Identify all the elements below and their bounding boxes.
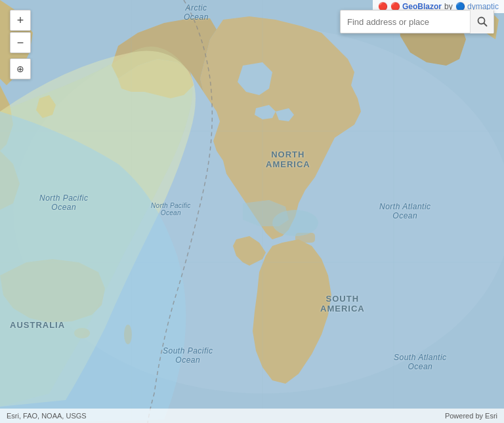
- zoom-in-button[interactable]: +: [10, 10, 31, 31]
- bottom-attribution-bar: Esri, FAO, NOAA, USGS Powered by Esri: [0, 409, 504, 423]
- map-svg: [0, 0, 504, 423]
- svg-line-13: [484, 24, 486, 26]
- esri-attribution: Esri, FAO, NOAA, USGS: [7, 412, 87, 420]
- search-icon: [477, 16, 488, 27]
- map-container[interactable]: Arctic Ocean NORTH AMERICA SOUTH AMERICA…: [0, 0, 504, 423]
- locate-button[interactable]: ⊕: [10, 58, 31, 79]
- zoom-out-button[interactable]: −: [10, 32, 31, 53]
- search-button[interactable]: [470, 10, 494, 33]
- search-input[interactable]: [341, 17, 470, 27]
- powered-by-esri: Powered by Esri: [445, 412, 497, 420]
- search-container: [340, 10, 494, 33]
- map-controls: + − ⊕: [10, 10, 31, 79]
